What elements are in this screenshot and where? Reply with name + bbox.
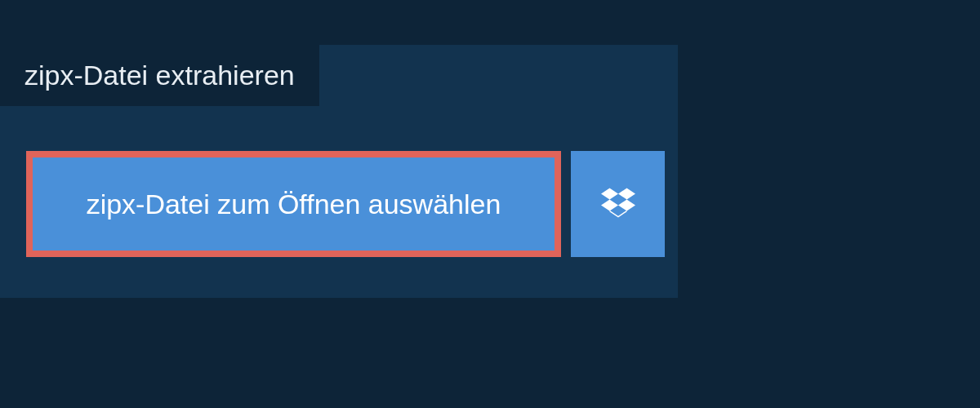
extract-panel: zipx-Datei extrahieren zipx-Datei zum Öf… <box>0 45 678 298</box>
button-row: zipx-Datei zum Öffnen auswählen <box>26 151 665 257</box>
select-file-button[interactable]: zipx-Datei zum Öffnen auswählen <box>26 151 561 257</box>
dropbox-button[interactable] <box>571 151 665 257</box>
select-file-label: zipx-Datei zum Öffnen auswählen <box>87 188 501 220</box>
dropbox-icon <box>601 185 635 223</box>
tab-extract[interactable]: zipx-Datei extrahieren <box>0 45 319 106</box>
tab-label: zipx-Datei extrahieren <box>24 60 295 91</box>
